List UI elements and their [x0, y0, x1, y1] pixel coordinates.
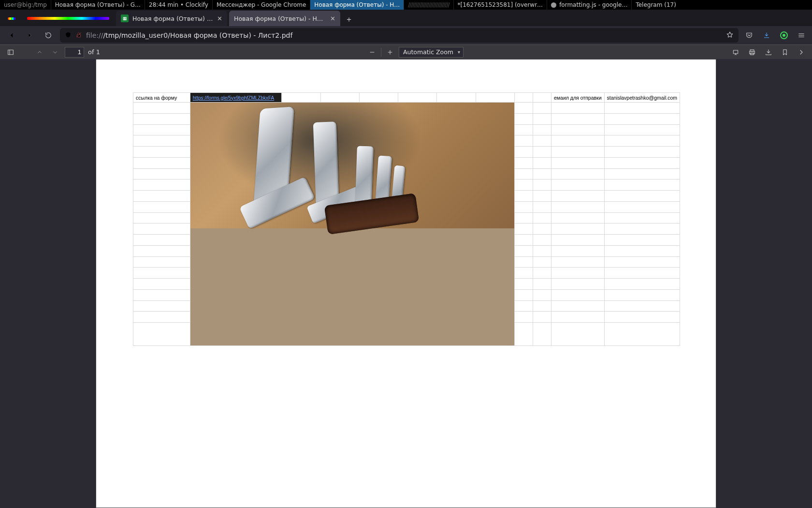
terminal-prompt: user@big:/tmp [0, 0, 51, 10]
zoom-in-icon[interactable] [384, 46, 396, 58]
presentation-icon[interactable] [730, 46, 741, 58]
close-icon[interactable]: ✕ [330, 15, 335, 22]
form-link[interactable]: https://forms.gle/5yx9bphfZMLZbkxFA [193, 95, 274, 101]
page-number-input[interactable] [65, 47, 84, 58]
pdf-toolbar: of 1 Automatic Zoom [0, 45, 812, 59]
cell-email-label: емаил для отправки [551, 93, 604, 103]
taskbar-item-active[interactable]: Новая форма (Ответы) - Н… [310, 0, 404, 10]
back-button[interactable] [5, 29, 18, 42]
app-menu-icon[interactable] [796, 30, 807, 41]
pinned-tab[interactable] [22, 11, 114, 26]
pinned-favicon [8, 17, 15, 20]
os-taskbar: user@big:/tmp Новая форма (Ответы) - G… … [0, 0, 812, 10]
svg-rect-7 [733, 50, 738, 54]
print-icon[interactable] [746, 46, 758, 58]
bookmark-star-icon[interactable] [726, 31, 734, 40]
pdf-page: ссылка на форму https://forms.gle/5yx9bp… [96, 59, 716, 508]
browser-tab[interactable]: ▦ Новая форма (Ответы) - G… ✕ [116, 11, 227, 26]
browser-tab-strip: ▦ Новая форма (Ответы) - G… ✕ Новая форм… [0, 10, 812, 26]
zoom-select[interactable]: Automatic Zoom [399, 47, 464, 58]
sidebar-toggle-icon[interactable] [5, 46, 16, 58]
url-text: file://file:///tmp/mozilla_user0/Новая ф… [86, 31, 722, 39]
taskbar-item[interactable]: //////////////////////////// [404, 0, 453, 10]
url-input[interactable]: file://file:///tmp/mozilla_user0/Новая ф… [60, 28, 739, 43]
shield-icon [65, 31, 72, 40]
taskbar-item[interactable]: 28:44 min • Clockify [145, 0, 213, 10]
browser-tab-active[interactable]: Новая форма (Ответы) - Нова… ✕ [229, 11, 340, 26]
page-count-label: of 1 [88, 48, 100, 56]
svg-rect-2 [8, 50, 14, 54]
spreadsheet-table: ссылка на форму https://forms.gle/5yx9bp… [133, 92, 680, 346]
tab-title: Новая форма (Ответы) - G… [132, 15, 213, 22]
cell-form-url: https://forms.gle/5yx9bphfZMLZbkxFA [190, 93, 281, 103]
address-bar: file://file:///tmp/mozilla_user0/Новая ф… [0, 26, 812, 45]
pocket-icon[interactable] [743, 30, 755, 41]
download-icon[interactable] [763, 46, 774, 58]
redacted-text: //////////////////////////// [408, 0, 449, 10]
reload-button[interactable] [42, 29, 55, 42]
taskbar-item[interactable]: formatting.js - google… [547, 0, 632, 10]
taskbar-item[interactable]: Мессенджер - Google Chrome [213, 0, 310, 10]
bookmark-icon[interactable] [779, 46, 791, 58]
pinned-favicon [27, 17, 109, 20]
cell-link-label: ссылка на форму [133, 93, 190, 103]
cell-email-value: stanislavpetrashko@gmail.com [604, 93, 680, 103]
embedded-photo [190, 103, 514, 345]
tab-title: Новая форма (Ответы) - Нова… [234, 15, 326, 22]
forward-button [23, 29, 37, 42]
downloads-icon[interactable] [761, 30, 772, 41]
insecure-lock-icon [75, 31, 82, 40]
taskbar-item[interactable]: Telegram (17) [632, 0, 680, 10]
taskbar-item[interactable]: *[1627651523581] (overwr… [454, 0, 548, 10]
prev-page-icon [34, 46, 45, 58]
pinned-tab[interactable] [3, 11, 20, 26]
next-page-icon [49, 46, 61, 58]
extension-icon[interactable] [778, 30, 790, 41]
pdf-viewport[interactable]: ссылка на форму https://forms.gle/5yx9bp… [0, 59, 812, 508]
google-sheets-icon: ▦ [121, 15, 129, 22]
close-icon[interactable]: ✕ [217, 15, 222, 22]
zoom-out-icon[interactable] [366, 46, 378, 58]
new-tab-button[interactable]: ＋ [342, 13, 356, 26]
tools-chevron-icon[interactable] [796, 46, 807, 58]
app-dot-icon [551, 2, 556, 8]
taskbar-item[interactable]: Новая форма (Ответы) - G… [51, 0, 145, 10]
